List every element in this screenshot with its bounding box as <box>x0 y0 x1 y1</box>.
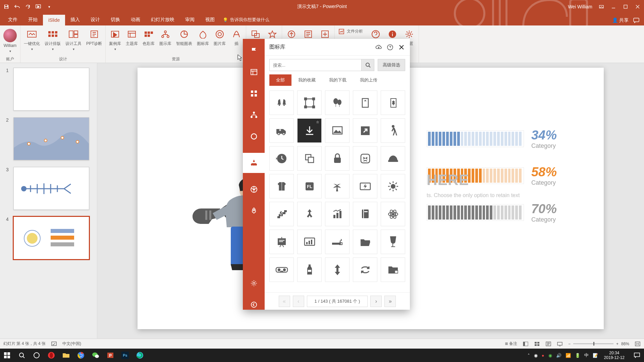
tray-battery-icon[interactable]: 🔋 <box>575 353 580 358</box>
icon-cell-folder-open[interactable] <box>353 230 377 254</box>
icon-cell-wine[interactable] <box>381 230 405 254</box>
maximize-icon[interactable] <box>623 4 629 10</box>
color-lib-button[interactable]: 色彩库 <box>142 27 155 47</box>
icon-cell-balloons[interactable] <box>325 90 350 115</box>
spellcheck-icon[interactable] <box>51 341 57 347</box>
photoshop-icon[interactable]: Ps <box>121 351 129 360</box>
tray-up-icon[interactable]: ˄ <box>528 353 530 358</box>
side-back-icon[interactable] <box>249 300 259 310</box>
minimize-icon[interactable] <box>610 4 616 10</box>
chrome-icon[interactable] <box>76 351 85 360</box>
tray-chrome-icon[interactable]: ◉ <box>534 353 538 358</box>
tray-ime-icon[interactable]: 中 <box>584 352 589 358</box>
taskbar-clock[interactable]: 20:34 2019-12-12 <box>604 351 627 360</box>
page-last-button[interactable]: » <box>384 296 396 307</box>
tab-downloads[interactable]: 我的下载 <box>322 74 353 86</box>
tab-review[interactable]: 审阅 <box>180 14 200 25</box>
icon-cell-copy[interactable] <box>297 146 322 171</box>
zoom-out-icon[interactable]: − <box>568 342 571 346</box>
slide-thumbnail-pane[interactable]: 1 2 3 4 <box>0 63 97 344</box>
icon-cell-cigarette[interactable] <box>325 230 350 254</box>
cortana-icon[interactable] <box>32 351 41 360</box>
fit-window-icon[interactable] <box>635 341 641 347</box>
theme-lib-button[interactable]: 主题库 <box>125 27 139 47</box>
icon-cell-arrow-box[interactable] <box>353 118 377 143</box>
icon-cell-board[interactable] <box>269 230 294 254</box>
slide-thumb-2[interactable] <box>13 117 89 160</box>
tray-volume-icon[interactable]: 🔊 <box>556 353 561 358</box>
side-icons-icon[interactable] <box>243 153 265 173</box>
undo-icon[interactable] <box>14 4 20 10</box>
side-settings-icon[interactable] <box>249 278 259 288</box>
ppt-diagnose-button[interactable]: PPT诊断 <box>86 27 103 47</box>
zoom-control[interactable]: − + 86% <box>568 342 629 346</box>
side-flag-icon[interactable] <box>249 46 259 56</box>
icon-cell-bottle[interactable] <box>297 257 322 282</box>
side-rocket-icon[interactable] <box>249 206 259 216</box>
tray-wechat-icon[interactable]: ◉ <box>548 353 552 358</box>
view-normal-icon[interactable] <box>523 341 529 347</box>
save-icon[interactable] <box>3 4 9 10</box>
zoom-in-icon[interactable]: + <box>616 342 619 346</box>
icon-cell-jacket[interactable] <box>269 174 294 198</box>
icon-cell-frame[interactable] <box>297 90 322 115</box>
icon-cell-palm[interactable] <box>325 174 350 198</box>
case-lib-button[interactable]: 案例库▾ <box>108 27 122 52</box>
side-grid-icon[interactable] <box>249 88 259 99</box>
icon-cell-helmet[interactable] <box>381 146 405 171</box>
account-button[interactable]: William ▾ <box>3 27 17 54</box>
icon-cell-stairs-up[interactable] <box>269 202 294 226</box>
icon-cell-lock[interactable] <box>325 146 350 171</box>
icon-cell-up-down[interactable] <box>325 257 350 282</box>
design-layout-button[interactable]: 设计排版▾ <box>44 27 61 52</box>
slide-thumb-1[interactable] <box>13 68 89 111</box>
action-center-icon[interactable] <box>633 351 641 360</box>
design-tools-button[interactable]: 设计工具▾ <box>65 27 82 52</box>
file-analysis-button[interactable]: 文件分析 <box>337 27 364 36</box>
share-button[interactable]: 👤 共享 <box>612 17 629 23</box>
page-prev-button[interactable]: ‹ <box>293 296 304 307</box>
icon-cell-paper-money[interactable]: $ <box>381 90 405 115</box>
ribbon-options-icon[interactable] <box>598 4 604 10</box>
qat-more-icon[interactable]: ▾ <box>46 4 52 10</box>
icon-cell-photo-frame[interactable] <box>325 118 350 143</box>
edge-icon[interactable] <box>136 351 144 360</box>
advanced-filter-button[interactable]: 高级筛选 <box>378 59 405 71</box>
slide-thumb-3[interactable] <box>13 167 89 210</box>
icon-cell-book[interactable] <box>353 202 377 226</box>
icon-cell-atom[interactable] <box>381 202 405 226</box>
tab-uploads[interactable]: 我的上传 <box>353 74 384 86</box>
tab-file[interactable]: 文件 <box>3 14 23 25</box>
panel-close-icon[interactable] <box>398 44 405 51</box>
side-org-icon[interactable] <box>249 110 259 120</box>
tab-favorites[interactable]: 我的收藏 <box>291 74 322 86</box>
opera-icon[interactable] <box>47 351 56 360</box>
icon-cell-fl-badge[interactable]: FL <box>297 174 322 198</box>
explorer-icon[interactable] <box>62 351 70 360</box>
side-ring-icon[interactable] <box>249 131 259 141</box>
tab-transition[interactable]: 切换 <box>105 14 125 25</box>
view-slideshow-icon[interactable] <box>557 341 563 347</box>
icon-cell-bells[interactable] <box>269 90 294 115</box>
comments-icon[interactable] <box>633 18 639 23</box>
search-taskbar-icon[interactable] <box>17 351 26 360</box>
diagram-lib-button[interactable]: 图示库 <box>159 27 172 47</box>
icon-cell-sun[interactable] <box>381 174 405 198</box>
tray-rec-icon[interactable]: ● <box>542 353 544 358</box>
icon-cell-goggles[interactable] <box>269 257 294 282</box>
icon-cell-bar-up[interactable] <box>325 202 350 226</box>
notes-button[interactable]: ≣ 备注 <box>505 341 517 347</box>
icon-cell-bolt-card[interactable] <box>353 174 377 198</box>
tab-animation[interactable]: 动画 <box>125 14 146 25</box>
icon-cell-sync[interactable] <box>353 257 377 282</box>
icon-cell-arrow-cross[interactable] <box>297 202 322 226</box>
icon-cell-download[interactable] <box>297 118 322 143</box>
redo-icon[interactable] <box>25 4 31 10</box>
icon-cell-clock-back[interactable] <box>269 146 294 171</box>
tab-design[interactable]: 设计 <box>85 14 105 25</box>
one-click-optimize-button[interactable]: 一键优化▾ <box>23 27 41 52</box>
side-steer-icon[interactable] <box>249 184 259 194</box>
page-first-button[interactable]: « <box>279 296 290 307</box>
icon-cell-door-up[interactable] <box>353 90 377 115</box>
wechat-icon[interactable] <box>91 351 100 360</box>
